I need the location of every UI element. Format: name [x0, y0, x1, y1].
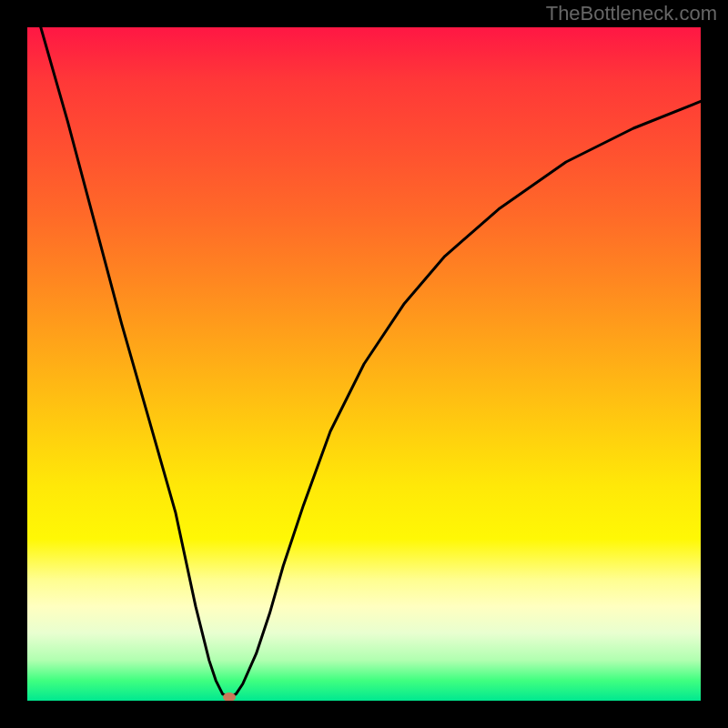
chart-plot-area — [27, 27, 701, 701]
chart-curve — [27, 27, 701, 701]
chart-marker — [223, 693, 236, 701]
watermark-text: TheBottleneck.com — [546, 2, 717, 25]
